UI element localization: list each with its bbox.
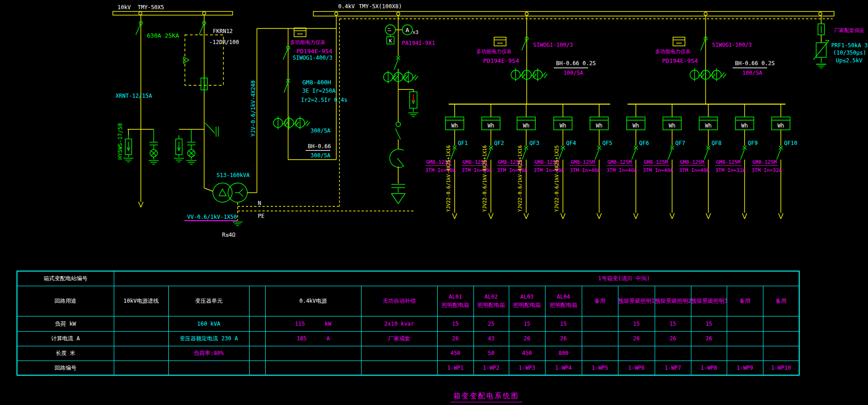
row-label: 长度 米 (17, 346, 114, 361)
breaker-model-label: GM8-125M (571, 159, 595, 165)
cad-drawing-stage: 10kVTMY-50X50.4kVTMY-5X(100X8)630A 25KAH… (0, 0, 868, 405)
diagram-line (305, 121, 308, 125)
table-cell (655, 346, 691, 361)
diagram-label: PA194I-9X1 (402, 40, 435, 46)
breaker-model-label: GM8-125M (716, 159, 740, 165)
diagram-label: 100/5A (563, 70, 584, 76)
load-arrow-icon (455, 213, 457, 219)
column-header-line1: 变压器单元 (169, 297, 249, 305)
diagram-label: (10/350μs) (833, 50, 866, 56)
diagram-label: 多功能电力仪表 (655, 49, 690, 55)
table-cell (114, 316, 168, 331)
hv-busbar (113, 11, 233, 15)
delta-icon (219, 189, 226, 196)
table-cell: 160 kVA (168, 316, 249, 331)
wh-meter-label: Wh (488, 122, 494, 129)
table-cell (114, 361, 168, 375)
breaker-trip-label: 3TM In=50A (534, 167, 564, 173)
load-arrow-icon (452, 213, 455, 219)
diagram-line (395, 76, 398, 80)
load-arrow-icon (526, 213, 529, 219)
table-cell (265, 361, 361, 375)
diagram-line (721, 72, 724, 77)
reactor-icon (389, 149, 404, 167)
table-cell: 1-WP9 (727, 361, 763, 375)
diagram-label: 630A 25KA (147, 32, 179, 39)
table-cell: 1-WP10 (763, 361, 799, 375)
diagram-label: BH-0.66 (308, 143, 331, 150)
table-cell (361, 346, 437, 361)
column-header: 10kV电源进线 (114, 286, 168, 316)
load-arrow-icon (742, 213, 745, 219)
bus-tap-icon (335, 12, 338, 16)
table-cell: 15 (509, 316, 545, 331)
bus-tap-icon (203, 12, 206, 15)
table-cell: 1-WP7 (655, 361, 691, 375)
breaker-icon (632, 149, 636, 160)
column-header-line2: 照明配电箱 (545, 301, 582, 309)
table-cell (168, 361, 249, 375)
load-arrow-icon (489, 213, 491, 219)
table-cell: 负荷率:80% (168, 346, 249, 361)
diagram-label: PD194E-9S4 (662, 57, 698, 64)
diagram-line (542, 72, 545, 77)
table-cell: 1-WP1 (437, 361, 473, 375)
cable-label: YJV22-0.6/1kV-4X25+1X16 (445, 145, 451, 212)
table-cell: 450 (509, 346, 545, 361)
load-arrow-icon (779, 213, 781, 219)
breaker-icon (595, 149, 599, 160)
diagram-label: GM8-400H (302, 79, 331, 86)
diagram-label: SIWOG1-100/3 (533, 42, 573, 48)
table-cell: 25 (473, 316, 509, 331)
diagram-line (393, 75, 396, 79)
breaker-trip-label: 3TM In=40A (570, 167, 601, 173)
column-header: 变压器单元 (168, 286, 249, 316)
column-header-line1: 备用 (727, 297, 763, 305)
breaker-icon (777, 149, 781, 160)
diagram-label: Ir2=2.5Ir 0.4s (301, 97, 347, 103)
diagram-label: S13-160kVA (217, 172, 250, 178)
kwh-meter-icon (294, 28, 306, 37)
qf-label: QF5 (602, 140, 612, 146)
load-arrow-icon (139, 202, 141, 207)
switch-blade-icon (701, 40, 705, 50)
column-header-line1: 10kV电源进线 (114, 297, 168, 305)
table-cell (691, 346, 727, 361)
diagram-label: 300/5A (311, 152, 331, 159)
wh-meter-label: Wh (741, 122, 748, 129)
table-cell: 26 (545, 331, 582, 346)
column-header-line1: 预留景观照明1 (618, 297, 655, 305)
load-arrow-icon (599, 213, 601, 219)
load-arrow-icon (561, 213, 563, 219)
row-label: 负荷 kW (17, 316, 114, 331)
load-arrow-icon (706, 213, 708, 219)
breaker-trip-label: 3TM In=40A (679, 167, 710, 173)
table-cell: 800 (545, 346, 582, 361)
table-cell (582, 331, 618, 346)
table-cell (249, 331, 265, 346)
diagram-label: VV-0.6/1kV-1X50 (187, 214, 237, 220)
column-header-line2: 照明配电箱 (438, 301, 473, 309)
load-arrow-icon (563, 213, 565, 219)
breaker-icon (704, 149, 708, 160)
breaker-model-label: GM8-125M (752, 159, 777, 165)
kwh-meter-icon (494, 37, 506, 46)
qf-label: QF2 (494, 140, 504, 146)
bus-tap-icon (704, 12, 707, 16)
diagram-label: 100/5A (742, 70, 762, 76)
diagram-line (415, 76, 418, 80)
diagram-label: 多功能电力仪表 (290, 39, 325, 45)
load-arrow-icon (491, 213, 493, 219)
arrester-label: HY5WS-17/50 (117, 123, 123, 160)
table-cell: 1-WP2 (473, 361, 509, 375)
diagram-title: 箱变变配电系统图 (451, 392, 522, 402)
diagram-label: BH-0.66 0.2S (735, 60, 775, 67)
cable-label: YJV22-0.6/1kV-4X25+1X16 (482, 145, 487, 212)
load-arrow-icon (141, 202, 143, 207)
column-header-line1: 0.4kV电源 (266, 297, 361, 305)
table-cell (727, 316, 763, 331)
table-cell (582, 316, 618, 331)
load-table: 箱式变配电站编号1号箱变(清川 中沟)回路用途10kV电源进线变压器单元0.4k… (17, 271, 800, 376)
diagram-label: PRF1-50kA 3P (831, 42, 868, 49)
diagram-label: PE (258, 213, 264, 219)
